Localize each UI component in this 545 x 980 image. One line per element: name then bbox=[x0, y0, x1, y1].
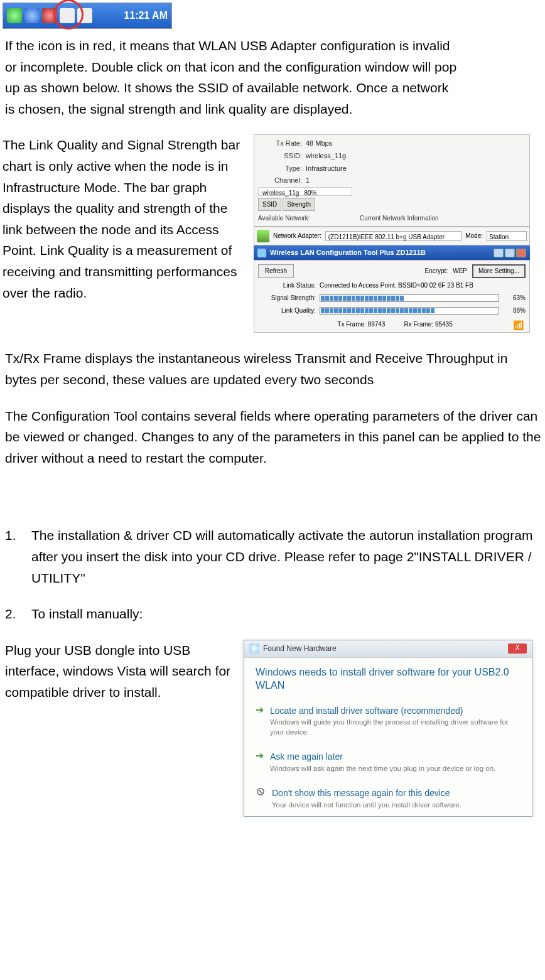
info-type: Type:Infrastructure bbox=[258, 163, 526, 175]
vista-dialog: Found New Hardware X Windows needs to in… bbox=[244, 640, 532, 817]
link-status-label: Link Status: bbox=[258, 281, 316, 291]
arrow-icon: ➔ bbox=[256, 751, 264, 761]
option-dont-show[interactable]: 🛇 Don't show this message again for this… bbox=[244, 780, 532, 816]
tray-icon-wlan-red bbox=[42, 8, 57, 23]
adapter-label: Network Adapter: bbox=[273, 231, 321, 241]
available-network-label: Available Network: bbox=[258, 213, 352, 223]
tray-icon-1 bbox=[7, 8, 22, 23]
config-tool-screenshot: Tx Rate:48 Mbps SSID:wireless_11g Type:I… bbox=[254, 134, 530, 333]
info-channel: Channel:1 bbox=[258, 175, 526, 187]
refresh-button[interactable]: Refresh bbox=[258, 264, 294, 278]
tx-frame-label: Tx Frame: bbox=[337, 321, 366, 328]
rx-frame-label: Rx Frame: bbox=[404, 321, 433, 328]
list-number-1: 1. bbox=[5, 525, 23, 546]
link-quality-bar bbox=[320, 307, 499, 315]
list-item-1: The installation & driver CD will automa… bbox=[31, 525, 542, 588]
signal-strength-label: Signal Strength: bbox=[258, 293, 316, 303]
info-tx-rate: Tx Rate:48 Mbps bbox=[258, 137, 526, 150]
link-quality-pct: 88% bbox=[503, 306, 526, 316]
network-list-row: wireless_11g80% bbox=[258, 187, 352, 196]
rx-frame-value: 95435 bbox=[435, 321, 453, 328]
arrow-icon: 🛇 bbox=[256, 787, 266, 797]
minimize-button[interactable] bbox=[494, 249, 504, 257]
dialog-title: Found New Hardware bbox=[263, 643, 337, 655]
adapter-select[interactable]: (ZD1211B)IEEE 802.11 b+g USB Adapter bbox=[325, 231, 461, 241]
hardware-icon bbox=[249, 643, 259, 654]
dialog-headline: Windows needs to install driver software… bbox=[244, 658, 532, 697]
encrypt-label: Encrypt: bbox=[425, 266, 448, 276]
opt2-heading: Ask me again later bbox=[270, 750, 521, 763]
signal-strength-pct: 63% bbox=[503, 293, 526, 303]
paragraph-2: The Link Quality and Signal Strength bar… bbox=[3, 134, 241, 303]
list-number-2: 2. bbox=[5, 603, 23, 625]
window-title: Wireless LAN Configuration Tool Plus ZD1… bbox=[270, 247, 426, 259]
tx-frame-value: 89743 bbox=[368, 321, 386, 328]
tray-icon-2 bbox=[24, 8, 40, 23]
system-tray-image: 11:21 AM bbox=[3, 3, 172, 29]
paragraph-1: If the icon is in red, it means that WLA… bbox=[5, 35, 457, 119]
mode-label: Mode: bbox=[465, 231, 483, 241]
link-status-value: Connected to Access Point. BSSID=00 02 6… bbox=[320, 281, 526, 291]
list-item-2: To install manually: bbox=[31, 603, 542, 625]
more-setting-button[interactable]: More Setting... bbox=[472, 264, 526, 278]
current-network-info-label: Current Network Information bbox=[360, 213, 526, 223]
mode-select[interactable]: Station bbox=[487, 231, 527, 241]
option-locate-install[interactable]: ➔ Locate and install driver software (re… bbox=[244, 697, 532, 743]
signal-strength-bar bbox=[320, 294, 499, 302]
adapter-icon bbox=[257, 230, 269, 242]
close-button[interactable] bbox=[516, 249, 526, 257]
opt3-heading: Don't show this message again for this d… bbox=[272, 786, 521, 800]
opt1-sub: Windows will guide you through the proce… bbox=[270, 718, 521, 737]
opt2-sub: Windows will ask again the next time you… bbox=[270, 764, 521, 774]
maximize-button[interactable] bbox=[505, 249, 515, 257]
vista-paragraph: Plug your USB dongle into USB interface,… bbox=[5, 640, 231, 703]
dialog-close-button[interactable]: X bbox=[508, 643, 527, 654]
opt1-heading: Locate and install driver software (reco… bbox=[270, 704, 521, 718]
info-ssid: SSID:wireless_11g bbox=[258, 150, 526, 163]
config-tool-titlebar: Wireless LAN Configuration Tool Plus ZD1… bbox=[254, 245, 530, 261]
arrow-icon: ➔ bbox=[256, 705, 264, 715]
link-quality-label: Link Quality: bbox=[258, 306, 316, 316]
tray-clock: 11:21 AM bbox=[124, 8, 168, 24]
paragraph-4: The Configuration Tool contains several … bbox=[5, 406, 545, 469]
tray-icon-4 bbox=[77, 8, 92, 23]
network-list-header: SSIDStrength bbox=[258, 198, 352, 211]
opt3-sub: Your device will not function until you … bbox=[272, 800, 521, 810]
signal-icon bbox=[513, 318, 524, 328]
paragraph-3: Tx/Rx Frame displays the instantaneous w… bbox=[5, 348, 532, 390]
option-ask-later[interactable]: ➔ Ask me again later Windows will ask ag… bbox=[244, 743, 532, 780]
app-icon bbox=[257, 249, 266, 257]
encrypt-value: WEP bbox=[453, 266, 467, 276]
tray-icon-3 bbox=[60, 8, 75, 23]
